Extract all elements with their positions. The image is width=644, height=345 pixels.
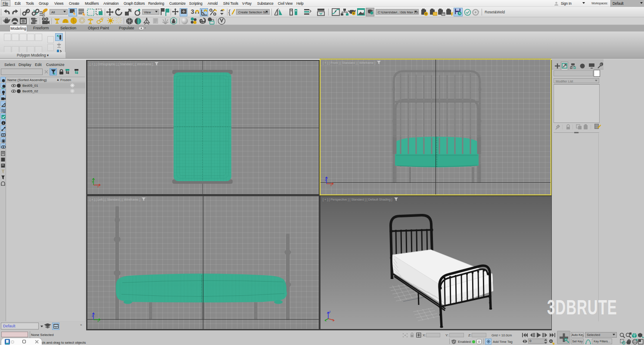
svg-text:z: z (325, 179, 327, 182)
svg-text:x: x (97, 185, 99, 188)
svg-text:z: z (329, 310, 331, 313)
svg-text:{: { (228, 8, 230, 16)
svg-text:3: 3 (191, 8, 194, 15)
svg-text:y: y (92, 180, 93, 183)
svg-text:x: x (330, 184, 332, 186)
svg-text:z: z (92, 314, 93, 317)
svg-text:y: y (97, 320, 99, 322)
